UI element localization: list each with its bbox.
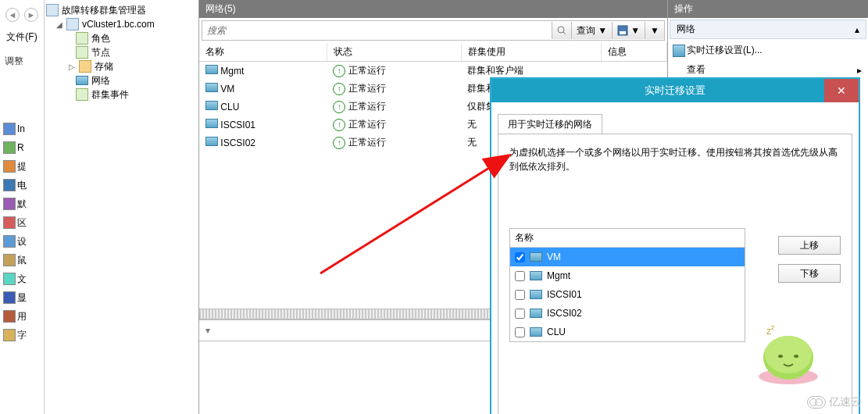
quick-item[interactable]: 区 — [3, 216, 41, 229]
list-item[interactable]: ISCSI02 — [510, 304, 745, 323]
collapse-icon[interactable]: ◢ — [55, 20, 63, 29]
table-row[interactable]: Mgmt↑正常运行群集和客户端 — [199, 62, 667, 80]
search-input[interactable] — [202, 22, 552, 39]
status-up-icon: ↑ — [333, 65, 345, 77]
net-checkbox[interactable] — [515, 290, 525, 300]
actions-title: 操作 — [668, 0, 868, 18]
close-button[interactable]: ✕ — [824, 79, 859, 102]
tree-root[interactable]: 故障转移群集管理器 — [46, 3, 197, 17]
net-checkbox[interactable] — [515, 309, 525, 319]
back-icon[interactable]: ◄ — [5, 8, 20, 22]
more-button[interactable]: ▼ — [645, 22, 664, 39]
chevron-right-icon: ▸ — [857, 65, 862, 76]
expand-icon[interactable]: ▷ — [68, 62, 76, 71]
net-name: ISCSI01 — [547, 289, 582, 300]
watermark-icon — [807, 396, 826, 409]
list-item[interactable]: VM — [510, 248, 745, 266]
quick-item[interactable]: 电 — [3, 179, 41, 191]
status-up-icon: ↑ — [333, 83, 345, 95]
svg-point-0 — [558, 27, 564, 33]
net-checkbox[interactable] — [515, 327, 525, 337]
col-status[interactable]: 状态 — [327, 43, 461, 62]
network-icon — [205, 83, 218, 92]
net-checkbox[interactable] — [515, 252, 525, 262]
net-checkbox[interactable] — [515, 271, 525, 281]
tree-item-nodes[interactable]: 节点 — [46, 45, 197, 59]
quick-item[interactable]: 鼠 — [3, 254, 41, 266]
pane-title: 网络(5) — [199, 0, 667, 18]
save-icon — [617, 25, 628, 36]
quick-launch: In R 提 电 默 区 设 鼠 文 显 用 字 — [0, 118, 44, 346]
settings-icon — [673, 45, 685, 57]
watermark: 亿速云 — [807, 395, 862, 409]
collapse-icon[interactable]: ▴ — [855, 24, 859, 35]
move-down-button[interactable]: 下移 — [778, 264, 841, 283]
tree-item-networks[interactable]: 网络 — [46, 73, 197, 87]
quick-item[interactable]: 提 — [3, 160, 41, 173]
network-icon — [205, 137, 218, 146]
network-icon — [205, 65, 218, 74]
network-icon — [530, 327, 542, 337]
svg-rect-3 — [620, 31, 626, 34]
status-up-icon: ↑ — [333, 137, 345, 149]
tree-item-roles[interactable]: 角色 — [46, 31, 197, 45]
col-use[interactable]: 群集使用 — [461, 43, 602, 62]
action-live-migration-settings[interactable]: 实时迁移设置(L)... — [668, 41, 868, 60]
live-migration-dialog: 实时迁移设置 ✕ 用于实时迁移的网络 为虚拟机选择一个或多个网络以用于实时迁移。… — [491, 78, 859, 414]
net-name: ISCSI02 — [547, 308, 582, 319]
network-icon — [530, 271, 542, 280]
col-info[interactable]: 信息 — [602, 43, 667, 62]
net-name: VM — [547, 252, 561, 262]
list-item[interactable]: CLU — [510, 323, 745, 341]
dialog-title: 实时迁移设置 — [645, 84, 705, 98]
network-icon — [205, 101, 218, 110]
cluster-icon — [66, 18, 79, 30]
adjust-label[interactable]: 调整 — [0, 52, 44, 71]
tab-networks[interactable]: 用于实时迁移的网络 — [498, 114, 602, 134]
network-icon — [530, 290, 542, 299]
network-icon — [76, 76, 88, 85]
nodes-icon — [76, 46, 88, 59]
dialog-description: 为虚拟机选择一个或多个网络以用于实时迁移。使用按钮将其按首选优先级从高到低依次排… — [509, 145, 841, 173]
nav-tree: 故障转移群集管理器 ◢ vCluster1.bc.com 角色 节点 ▷存储 网… — [45, 0, 199, 414]
dialog-title-bar[interactable]: 实时迁移设置 ✕ — [491, 79, 859, 102]
status-up-icon: ↑ — [333, 119, 345, 131]
network-icon — [530, 252, 542, 262]
roles-icon — [76, 32, 88, 45]
file-menu[interactable]: 文件(F) — [6, 30, 37, 44]
query-button[interactable]: 查询▼ — [571, 22, 612, 39]
forward-icon[interactable]: ► — [24, 8, 38, 22]
net-name: CLU — [547, 327, 566, 337]
network-icon — [205, 119, 218, 128]
list-col-name[interactable]: 名称 — [510, 229, 745, 248]
quick-item[interactable]: In — [3, 123, 41, 135]
list-item[interactable]: Mgmt — [510, 266, 745, 285]
quick-item[interactable]: 字 — [3, 329, 41, 341]
events-icon — [76, 88, 88, 101]
actions-category[interactable]: 网络 ▴ — [670, 20, 866, 39]
net-name: Mgmt — [547, 270, 570, 281]
quick-item[interactable]: 显 — [3, 291, 41, 304]
search-clear[interactable] — [552, 22, 571, 39]
save-button[interactable]: ▼ — [612, 22, 645, 39]
tree-cluster[interactable]: ◢ vCluster1.bc.com — [46, 17, 197, 31]
move-up-button[interactable]: 上移 — [778, 236, 841, 255]
svg-line-1 — [563, 32, 566, 34]
tree-item-events[interactable]: 群集事件 — [46, 87, 197, 102]
chevron-down-icon: ▼ — [630, 25, 640, 36]
network-icon — [530, 309, 542, 318]
quick-item[interactable]: R — [3, 141, 41, 154]
status-up-icon: ↑ — [333, 101, 345, 113]
close-icon: ✕ — [837, 84, 846, 97]
left-toolbar: ◄ ► 文件(F) 调整 In R 提 电 默 区 设 鼠 文 显 用 字 — [0, 0, 45, 414]
list-item[interactable]: ISCSI01 — [510, 285, 745, 304]
quick-item[interactable]: 用 — [3, 310, 41, 323]
col-name[interactable]: 名称 — [199, 43, 327, 62]
quick-item[interactable]: 文 — [3, 273, 41, 285]
network-listbox: 名称 VMMgmtISCSI01ISCSI02CLU — [509, 228, 745, 342]
tree-item-storage[interactable]: ▷存储 — [46, 59, 197, 73]
quick-item[interactable]: 默 — [3, 198, 41, 210]
action-view[interactable]: 查看 ▸ — [668, 60, 868, 80]
chevron-down-icon: ▼ — [598, 25, 607, 36]
quick-item[interactable]: 设 — [3, 235, 41, 248]
